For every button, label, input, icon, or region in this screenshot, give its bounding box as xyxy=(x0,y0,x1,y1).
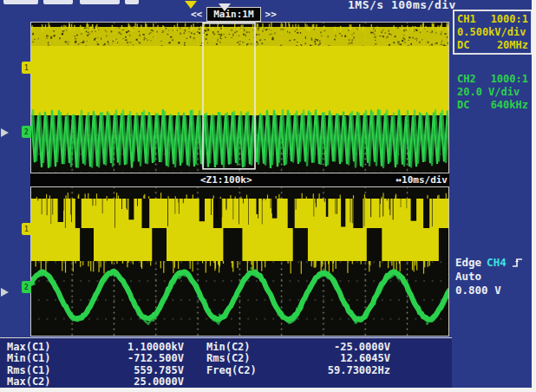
photo-frame: 1MS/s 100ms/div << Main:1M >> <Z1:100k> … xyxy=(0,0,536,392)
zoom-window-waveforms xyxy=(31,187,449,336)
ch2-info-box: CH21000:1 20.0 V/div DC640kHz xyxy=(454,71,531,113)
measurement-value: 559.785V xyxy=(85,364,184,376)
measurement-value: 1.10000kV xyxy=(85,341,184,352)
main-record-label: << Main:1M >> xyxy=(191,7,277,22)
measurement-value: -712.500V xyxy=(85,352,184,363)
trigger-type: Edge xyxy=(455,256,481,270)
measurement-label: Max(C2) xyxy=(7,376,85,387)
sample-rate-timebase: 1MS/s 100ms/div xyxy=(348,0,456,11)
measurement-value: -25.0000V xyxy=(290,341,390,352)
main-waveform-window xyxy=(30,22,449,173)
trigger-source: CH4 xyxy=(487,256,507,270)
ch2-scale: 20.0 V/div xyxy=(457,86,528,98)
trigger-info-box: Edge CH4 Auto 0.800 V xyxy=(453,255,532,298)
left-chevrons: << xyxy=(191,9,202,20)
measurement-bar: Max(C1) 1.10000kV Min(C1) -712.500V Rms(… xyxy=(0,337,452,388)
ch1-info-box: CH11000:1 0.500kV/div DC20MHz xyxy=(453,10,532,55)
zoom-record-label: <Z1:100k> xyxy=(200,174,252,186)
ch2-zoom-position-marker: 2 xyxy=(22,281,31,293)
truncated-status-text xyxy=(3,0,38,4)
zoom-position-marker-icon xyxy=(219,3,231,11)
right-chevrons: >> xyxy=(265,9,277,20)
measurement-value: 12.6045V xyxy=(290,352,390,363)
ch2-position-marker: 2 xyxy=(22,126,31,138)
ch1-scale: 0.500kV/div xyxy=(457,26,528,38)
measurement-value: 59.73002Hz xyxy=(290,364,390,376)
ch1-label: CH1 xyxy=(457,12,476,26)
measurement-label: Min(C2) xyxy=(206,341,290,352)
truncated-status-text xyxy=(43,0,73,4)
rising-edge-icon xyxy=(512,257,523,269)
ch1-position-marker: 1 xyxy=(22,62,31,74)
zoom-timebase-label: ↔10ms/div xyxy=(395,174,448,186)
ch2-label: CH2 xyxy=(457,72,476,86)
measurement-label: Rms(C2) xyxy=(206,352,290,363)
ch1-zoom-position-marker: 1 xyxy=(22,223,31,235)
measurement-value: 25.0000V xyxy=(85,376,184,387)
ch1-probe-ratio: 1000:1 xyxy=(491,12,528,26)
zoom-info-strip: <Z1:100k> ↔10ms/div xyxy=(30,173,449,186)
oscilloscope-screen: 1MS/s 100ms/div << Main:1M >> <Z1:100k> … xyxy=(0,0,532,388)
trigger-level: 0.800 V xyxy=(455,284,530,297)
measurement-label: Min(C1) xyxy=(7,352,85,363)
zoom-waveform-window xyxy=(30,186,449,336)
measurement-label: Rms(C1) xyxy=(7,364,85,376)
trigger-level-marker-icon xyxy=(1,288,9,297)
ch1-bandwidth: 20MHz xyxy=(497,38,528,52)
ch2-bandwidth: 640kHz xyxy=(491,98,528,112)
trigger-mode: Auto xyxy=(455,270,530,284)
main-record-box: Main:1M xyxy=(206,7,260,22)
trigger-level-marker-icon xyxy=(1,128,9,137)
main-window-waveforms xyxy=(31,23,449,173)
measurement-label: Max(C1) xyxy=(7,341,85,352)
measurement-column-2: Min(C2) -25.0000V Rms(C2) 12.6045V Freq(… xyxy=(206,341,390,376)
ch2-coupling: DC xyxy=(457,98,469,112)
ch1-coupling: DC xyxy=(457,38,469,52)
truncated-status-text xyxy=(125,0,139,4)
ch2-probe-ratio: 1000:1 xyxy=(491,72,528,86)
measurement-column-1: Max(C1) 1.10000kV Min(C1) -712.500V Rms(… xyxy=(7,341,184,388)
measurement-label: Freq(C2) xyxy=(206,364,290,376)
truncated-status-text xyxy=(80,0,120,4)
